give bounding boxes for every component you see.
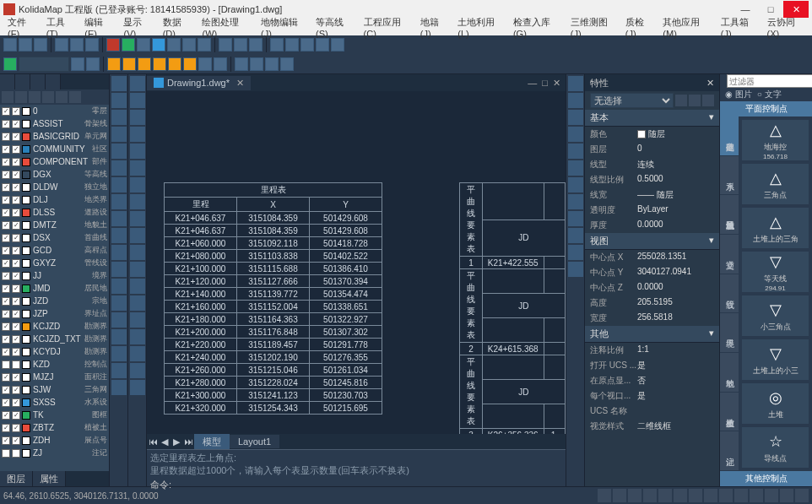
- layer-checkbox[interactable]: ✓: [2, 272, 10, 280]
- cmd-prompt[interactable]: 命令:: [150, 479, 562, 491]
- layer-checkbox[interactable]: ✓: [12, 107, 20, 116]
- layer-checkbox[interactable]: ✓: [12, 158, 20, 166]
- layer-row[interactable]: ✓✓DLDW独立地: [0, 181, 109, 193]
- ortho-icon[interactable]: [628, 489, 641, 502]
- doc-minimize-icon[interactable]: —: [528, 78, 537, 89]
- layer-row[interactable]: ✓✓JJ境界: [0, 269, 109, 282]
- tool-icon[interactable]: [182, 38, 196, 51]
- cut-icon[interactable]: [55, 38, 68, 51]
- symbol-item[interactable]: ◎土堆: [742, 383, 809, 424]
- layer-checkbox[interactable]: ✓: [12, 322, 20, 331]
- symbol-item[interactable]: △三角点: [742, 164, 809, 204]
- layer-ctrl-icon[interactable]: [69, 91, 81, 103]
- drawing-viewport[interactable]: 里程表 里程 X Y K21+046.6373151084.359501429.…: [147, 91, 566, 434]
- filter-input[interactable]: [727, 74, 812, 88]
- layer-ctrl-icon[interactable]: [56, 91, 68, 103]
- layer-row[interactable]: ✓✓ASSIST骨架线: [0, 117, 109, 130]
- spline-icon[interactable]: [111, 177, 127, 192]
- point-icon[interactable]: [111, 228, 127, 243]
- text-icon[interactable]: [111, 194, 127, 209]
- view-icon[interactable]: [568, 228, 583, 243]
- tool-icon[interactable]: [214, 57, 227, 71]
- chamfer-icon[interactable]: [130, 228, 145, 243]
- layer-checkbox[interactable]: ✓: [12, 209, 20, 217]
- rotate-icon[interactable]: [130, 110, 145, 125]
- tool-icon[interactable]: [198, 57, 212, 71]
- layer-row[interactable]: ✓✓SJW三角网: [0, 383, 109, 396]
- layer-row[interactable]: ✓✓COMMUNITY社区: [0, 143, 109, 155]
- section-footer[interactable]: 其他控制点: [720, 471, 812, 486]
- tool-icon[interactable]: [183, 57, 197, 71]
- layer-checkbox[interactable]: ✓: [2, 133, 10, 141]
- new-icon[interactable]: [3, 38, 17, 51]
- tool-icon[interactable]: [138, 57, 151, 71]
- layer-checkbox[interactable]: ✓: [12, 196, 20, 204]
- tool-icon[interactable]: [122, 57, 136, 71]
- layer-swatch-icon[interactable]: [22, 285, 30, 293]
- tool-icon[interactable]: [198, 38, 211, 51]
- layer-checkbox[interactable]: [12, 360, 20, 369]
- layer-ctrl-icon[interactable]: [42, 91, 54, 103]
- pan-icon[interactable]: [249, 38, 263, 51]
- layer-row[interactable]: ✓✓TK图框: [0, 409, 109, 421]
- layer-row[interactable]: ✓✓JZP界址点: [0, 307, 109, 320]
- category-tab[interactable]: 注记: [720, 431, 739, 471]
- layer-checkbox[interactable]: ✓: [2, 259, 10, 268]
- category-tab[interactable]: 植被土质: [720, 393, 739, 432]
- layer-checkbox[interactable]: [2, 360, 10, 369]
- tool-icon[interactable]: [331, 38, 344, 51]
- doc-restore-icon[interactable]: □: [542, 78, 548, 89]
- layer-checkbox[interactable]: ✓: [2, 107, 10, 116]
- layer-checkbox[interactable]: ✓: [12, 171, 20, 179]
- props-btn-icon[interactable]: [702, 95, 714, 106]
- layer-swatch-icon[interactable]: [22, 386, 30, 394]
- tool-icon[interactable]: [111, 346, 127, 361]
- move-icon[interactable]: [130, 76, 145, 91]
- tab-first-icon[interactable]: ⏮: [147, 436, 159, 447]
- layer-swatch-icon[interactable]: [22, 436, 30, 445]
- layer-checkbox[interactable]: ✓: [2, 436, 10, 445]
- polar-icon[interactable]: [643, 489, 657, 502]
- radio-image[interactable]: ◉ 图片: [725, 89, 752, 100]
- tool-icon[interactable]: [111, 380, 127, 395]
- status-icon[interactable]: [765, 489, 778, 502]
- tool-icon[interactable]: [130, 279, 145, 294]
- layer-row[interactable]: ✓✓GXYZ管线设: [0, 257, 109, 269]
- category-tab[interactable]: 地貌: [720, 353, 739, 393]
- arc-icon[interactable]: [111, 127, 127, 142]
- layer-swatch-icon[interactable]: [22, 247, 30, 255]
- layer-swatch-icon[interactable]: [22, 373, 30, 382]
- layer-checkbox[interactable]: ✓: [2, 247, 10, 255]
- tool-icon[interactable]: [111, 329, 127, 344]
- layer-row[interactable]: ✓✓JZD宗地: [0, 295, 109, 307]
- tool-icon[interactable]: [265, 57, 279, 71]
- layer-list[interactable]: ✓✓0零层✓✓ASSIST骨架线✓✓BASICGRID单元网✓✓COMMUNIT…: [0, 105, 109, 471]
- layer-checkbox[interactable]: ✓: [12, 120, 20, 128]
- layer-swatch-icon[interactable]: [22, 348, 30, 356]
- category-tab[interactable]: 水系: [720, 156, 739, 196]
- zoom-in-icon[interactable]: [219, 38, 232, 51]
- layer-row[interactable]: ✓✓COMPONENT部件: [0, 155, 109, 168]
- layer-checkbox[interactable]: ✓: [2, 171, 10, 179]
- fillet-icon[interactable]: [130, 211, 145, 226]
- view-icon[interactable]: [568, 211, 583, 226]
- layer-swatch-icon[interactable]: [22, 259, 30, 268]
- layer-row[interactable]: ✓✓KCJZD_TXT勘测界: [0, 333, 109, 345]
- tool-icon[interactable]: [285, 38, 299, 51]
- layer-row[interactable]: KZD控制点: [0, 358, 109, 371]
- layer-checkbox[interactable]: ✓: [2, 145, 10, 154]
- view-icon[interactable]: [568, 177, 583, 192]
- tool-icon[interactable]: [130, 329, 145, 344]
- status-icon[interactable]: [719, 489, 733, 502]
- layer-checkbox[interactable]: ✓: [12, 373, 20, 382]
- layer-checkbox[interactable]: ✓: [2, 335, 10, 344]
- trim-icon[interactable]: [130, 177, 145, 192]
- layer-checkbox[interactable]: ✓: [12, 424, 20, 432]
- lp-tab[interactable]: [46, 74, 61, 89]
- layer-checkbox[interactable]: ✓: [12, 272, 20, 280]
- category-tab[interactable]: 居民地及设施: [720, 195, 739, 235]
- open-icon[interactable]: [19, 38, 32, 51]
- status-icon[interactable]: [734, 489, 748, 502]
- layer-checkbox[interactable]: [12, 449, 20, 458]
- command-line[interactable]: 选定里程表左上角点: 里程数据超过1000个，请输入每个表显示数量(回车表示不换…: [147, 449, 566, 486]
